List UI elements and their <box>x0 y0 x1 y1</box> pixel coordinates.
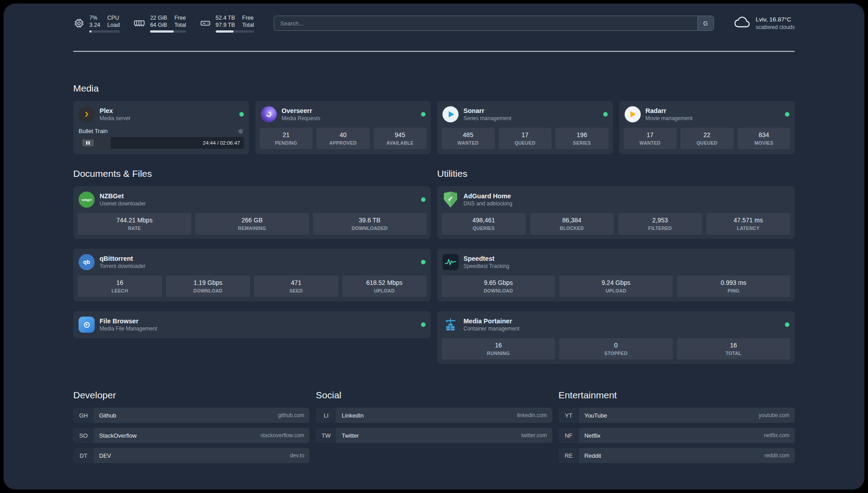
bookmark-twitter[interactable]: TW Twitter twitter.com <box>316 428 552 443</box>
stat-leech: 16 LEECH <box>78 276 162 297</box>
stat-pending: 21 PENDING <box>260 128 313 149</box>
bookmark-youtube[interactable]: YT YouTube youtube.com <box>559 408 795 423</box>
gear-icon[interactable] <box>238 128 244 134</box>
bookmarks: Developer GH Github github.com SO StackO… <box>73 389 795 463</box>
service-name: Overseerr <box>282 107 321 115</box>
service-subtitle: Usenet downloader <box>100 201 146 207</box>
service-card-plex[interactable]: Plex Media server Bullet Train <box>73 101 249 154</box>
stat-queued: 22 QUEUED <box>680 128 734 149</box>
status-dot <box>421 197 426 202</box>
weather-location: Lviv, 16.87°C <box>756 16 795 24</box>
search-bar: G <box>274 16 714 31</box>
stat-downloaded: 39.6 TB DOWNLOADED <box>313 213 426 234</box>
stat-running: 16 RUNNING <box>442 338 555 359</box>
memory-free-label: Free <box>174 14 186 21</box>
stat-wanted: 485 WANTED <box>442 128 495 149</box>
bookmark-name: Twitter <box>342 432 359 439</box>
overseerr-icon <box>261 106 277 122</box>
stat-seed: 471 SEED <box>254 276 338 297</box>
bookmark-name: Netflix <box>584 432 601 439</box>
nzbget-icon: nzbget <box>79 192 95 208</box>
bookmark-url: linkedin.com <box>517 412 547 418</box>
resource-widgets: 7% 3.24 CPU Load <box>73 14 254 33</box>
search-input[interactable] <box>274 16 714 31</box>
service-name: Media Portainer <box>463 317 519 325</box>
service-subtitle: Movie management <box>646 115 693 122</box>
stat-filtered: 2,953 FILTERED <box>618 213 702 234</box>
stat-remaining: 266 GB REMAINING <box>195 213 309 234</box>
documents-section: Documents & Files nzbget NZBGet Usenet d… <box>73 167 431 338</box>
bookmark-group-social: Social LI LinkedIn linkedin.com TW Twitt… <box>316 389 552 463</box>
bookmark-linkedin[interactable]: LI LinkedIn linkedin.com <box>316 408 552 423</box>
search-provider-button[interactable]: G <box>697 16 714 30</box>
stat-wanted: 17 WANTED <box>624 128 677 149</box>
service-card-file-browser[interactable]: File Browser Media File Management <box>73 311 431 338</box>
service-card-sonarr[interactable]: Sonarr Series management 485 WANTED 17 Q… <box>437 101 613 154</box>
service-subtitle: Series management <box>463 115 511 122</box>
bookmark-github[interactable]: GH Github github.com <box>73 408 309 423</box>
section-title-entertainment: Entertainment <box>559 389 795 401</box>
bookmark-name: DEV <box>99 452 111 459</box>
service-card-overseerr[interactable]: Overseerr Media Requests 21 PENDING 40 A… <box>255 101 431 154</box>
media-section: Plex Media server Bullet Train <box>73 101 795 154</box>
bookmark-abbr: LI <box>316 408 336 423</box>
disk-total-label: Total <box>242 21 254 29</box>
memory-total-value: 64 GiB <box>150 21 167 29</box>
stat-queued: 17 QUEUED <box>499 128 552 149</box>
bookmark-url: twitter.com <box>521 432 547 439</box>
now-playing-title: Bullet Train <box>79 128 108 134</box>
bookmark-abbr: RE <box>559 448 579 463</box>
player-progress-bar[interactable]: 24:44 / 02:06:47 <box>79 137 244 149</box>
stat-available: 945 AVAILABLE <box>374 128 427 149</box>
section-title-social: Social <box>316 389 552 401</box>
service-subtitle: Media Requests <box>282 115 321 122</box>
cloud-icon <box>734 16 751 30</box>
status-dot <box>785 322 789 327</box>
memory-widget: 22 GiB 64 GiB Free Total <box>133 14 186 33</box>
disk-widget: 52.4 TB 97.9 TB Free Total <box>200 14 254 33</box>
radarr-icon <box>625 106 641 122</box>
stat-total: 16 TOTAL <box>677 338 790 359</box>
bookmark-reddit[interactable]: RE Reddit reddit.com <box>559 448 795 463</box>
section-title-documents: Documents & Files <box>73 167 431 180</box>
disk-icon <box>200 17 211 29</box>
portainer-icon <box>442 317 459 333</box>
pause-icon[interactable] <box>82 139 94 146</box>
bookmark-abbr: GH <box>73 408 94 423</box>
cpu-widget: 7% 3.24 CPU Load <box>73 14 120 33</box>
cpu-load-label: Load <box>107 21 120 29</box>
stat-rate: 744.21 Mbps RATE <box>78 213 191 234</box>
service-card-speedtest[interactable]: Speedtest Speedtest Tracking 9.65 Gbps D… <box>437 249 795 301</box>
divider <box>73 51 795 52</box>
service-card-media-portainer[interactable]: Media Portainer Container management 16 … <box>437 311 795 364</box>
dashboard: 7% 3.24 CPU Load <box>4 4 864 489</box>
service-name: Speedtest <box>463 255 509 263</box>
bookmark-stackoverflow[interactable]: SO StackOverflow stackoverflow.com <box>73 428 309 443</box>
section-title-media: Media <box>73 82 795 95</box>
cpu-usage-value: 7% <box>89 14 100 21</box>
disk-free-value: 52.4 TB <box>216 14 235 21</box>
plex-icon <box>79 106 95 122</box>
service-card-qbittorrent[interactable]: qb qBittorrent Torrent downloader 16 LEE… <box>73 249 431 301</box>
bookmark-url: youtube.com <box>759 412 789 418</box>
status-dot <box>603 112 608 117</box>
stat-movies: 834 MOVIES <box>738 128 791 149</box>
weather-widget[interactable]: Lviv, 16.87°C scattered clouds <box>734 16 795 31</box>
service-name: Sonarr <box>463 107 511 115</box>
bookmark-netflix[interactable]: NF Netflix netflix.com <box>559 428 795 443</box>
stat-ping: 0.993 ms PING <box>677 276 790 297</box>
bookmark-url: dev.to <box>290 452 305 459</box>
bookmark-dev[interactable]: DT DEV dev.to <box>73 448 309 463</box>
status-dot <box>785 112 789 117</box>
stat-approved: 40 APPROVED <box>317 128 370 149</box>
service-subtitle: Media server <box>100 115 130 122</box>
topbar: 7% 3.24 CPU Load <box>73 13 795 33</box>
stat-series: 196 SERIES <box>555 128 609 149</box>
bookmark-name: LinkedIn <box>342 412 363 419</box>
service-card-nzbget[interactable]: nzbget NZBGet Usenet downloader 744.21 M… <box>73 186 431 239</box>
service-card-adguard-home[interactable]: ✓ AdGuard Home DNS and adblocking 498,46… <box>437 186 795 239</box>
service-card-radarr[interactable]: Radarr Movie management 17 WANTED 22 QUE… <box>619 101 795 154</box>
stat-upload: 9.24 Gbps UPLOAD <box>559 276 672 297</box>
adguard-icon: ✓ <box>442 192 459 208</box>
stat-blocked: 86,384 BLOCKED <box>530 213 614 234</box>
